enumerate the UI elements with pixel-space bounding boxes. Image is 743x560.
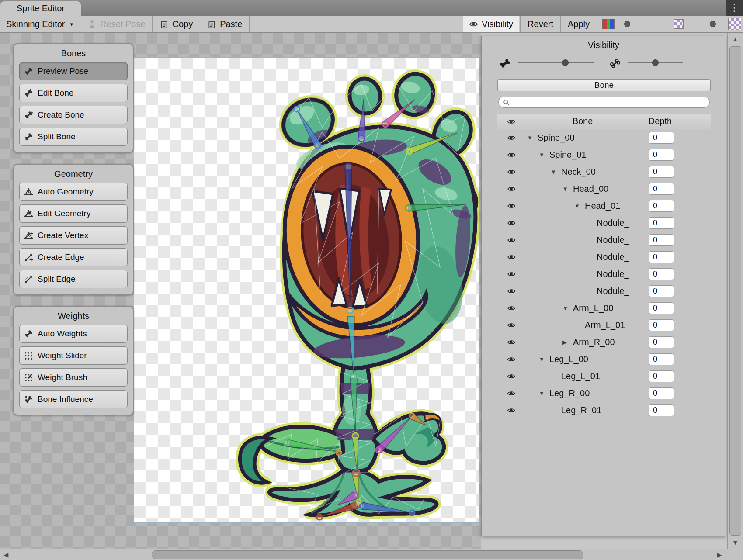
visibility-eye-icon[interactable] (507, 305, 516, 311)
bone-influence-button[interactable]: Bone Influence (19, 390, 128, 408)
tab-sprite-editor[interactable]: Sprite Editor (0, 1, 81, 16)
slider-thumb[interactable] (710, 21, 716, 27)
depth-input[interactable]: 0 (649, 132, 674, 144)
depth-input[interactable]: 0 (649, 251, 674, 263)
visibility-eye-icon[interactable] (507, 169, 516, 175)
bone-size-slider[interactable] (518, 58, 594, 68)
bone-search-box[interactable] (498, 97, 710, 108)
bone-row[interactable]: Arm_L_01 0 (497, 317, 711, 334)
scroll-left-arrow[interactable]: ◀ (0, 549, 12, 560)
horizontal-scroll-thumb[interactable] (152, 550, 583, 559)
depth-input[interactable]: 0 (649, 353, 674, 365)
depth-input[interactable]: 0 (649, 149, 674, 161)
auto-geometry-button[interactable]: Auto Geometry (19, 183, 128, 201)
expander-icon[interactable]: ▶ (562, 339, 573, 346)
bone-row[interactable]: ▼ Leg_L_00 0 (497, 351, 711, 368)
depth-input[interactable]: 0 (649, 268, 674, 280)
bone-row[interactable]: Nodule_ 0 (497, 232, 711, 249)
depth-input[interactable]: 0 (649, 217, 674, 229)
depth-input[interactable]: 0 (649, 404, 674, 416)
bone-row[interactable]: ▼ Spine_01 0 (497, 146, 711, 163)
depth-input[interactable]: 0 (649, 285, 674, 297)
create-bone-button[interactable]: Create Bone (19, 106, 128, 124)
expander-icon[interactable]: ▼ (539, 356, 549, 363)
apply-button[interactable]: Apply (562, 16, 596, 32)
bone-row[interactable]: ▶ Arm_R_00 0 (497, 334, 711, 351)
visibility-eye-icon[interactable] (507, 220, 516, 226)
paste-button[interactable]: Paste (201, 16, 248, 32)
visibility-toggle-button[interactable]: Visibility (463, 16, 519, 32)
visibility-eye-icon[interactable] (507, 322, 516, 328)
visibility-eye-icon[interactable] (507, 271, 516, 277)
depth-input[interactable]: 0 (649, 166, 674, 178)
scroll-down-arrow[interactable]: ▼ (728, 536, 743, 549)
kebab-menu-icon[interactable]: ⋮ (726, 0, 743, 16)
visibility-column-eye-icon[interactable] (507, 118, 516, 125)
bone-row[interactable]: Nodule_ 0 (497, 266, 711, 283)
horizontal-scrollbar[interactable]: ◀ ▶ (0, 549, 743, 560)
visibility-eye-icon[interactable] (507, 390, 516, 397)
expander-icon[interactable]: ▼ (574, 203, 585, 209)
slider-thumb[interactable] (562, 59, 569, 66)
bone-opacity-slider[interactable] (628, 58, 683, 68)
bone-row[interactable]: Nodule_ 0 (497, 283, 711, 300)
bone-row[interactable]: ▼ Neck_00 0 (497, 163, 711, 180)
bone-row[interactable]: Nodule_ 0 (497, 249, 711, 266)
expander-icon[interactable]: ▼ (539, 390, 549, 397)
bone-row[interactable]: ▼ Head_00 0 (497, 180, 711, 197)
visibility-eye-icon[interactable] (507, 356, 516, 363)
expander-icon[interactable]: ▼ (562, 186, 573, 192)
visibility-eye-icon[interactable] (507, 135, 516, 141)
depth-column-header[interactable]: Depth (635, 116, 685, 126)
copy-button[interactable]: Copy (153, 16, 199, 32)
visibility-eye-icon[interactable] (507, 203, 516, 209)
depth-input[interactable]: 0 (649, 370, 674, 382)
bone-row[interactable]: ▼ Spine_00 0 (497, 129, 711, 146)
bone-column-header[interactable]: Bone (532, 116, 633, 126)
visibility-eye-icon[interactable] (507, 407, 516, 414)
bone-row[interactable]: Leg_L_01 0 (497, 368, 711, 385)
visibility-eye-icon[interactable] (507, 152, 516, 158)
auto-weights-button[interactable]: Auto Weights (19, 325, 128, 343)
vertical-scroll-thumb[interactable] (729, 46, 741, 536)
depth-input[interactable]: 0 (649, 200, 674, 212)
opacity-slider[interactable] (622, 19, 670, 29)
create-edge-button[interactable]: Create Edge (19, 248, 128, 266)
visibility-eye-icon[interactable] (507, 254, 516, 260)
edit-bone-button[interactable]: Edit Bone (19, 84, 128, 102)
reset-pose-button[interactable]: Reset Pose (81, 16, 151, 32)
skinning-editor-dropdown[interactable]: Skinning Editor ▾ (0, 16, 79, 32)
depth-input[interactable]: 0 (649, 387, 674, 399)
slider-thumb[interactable] (652, 59, 659, 66)
edit-geometry-button[interactable]: Edit Geometry (19, 204, 128, 223)
weight-slider-button[interactable]: Weight Slider (19, 346, 128, 365)
expander-icon[interactable]: ▼ (562, 305, 573, 311)
revert-button[interactable]: Revert (521, 16, 559, 32)
bone-search-input[interactable] (512, 97, 705, 107)
create-vertex-button[interactable]: Create Vertex (19, 226, 128, 245)
rgb-channels-swatch[interactable] (602, 19, 615, 29)
preview-pose-button[interactable]: Preview Pose (19, 62, 128, 80)
depth-input[interactable]: 0 (649, 336, 674, 348)
scroll-right-arrow[interactable]: ▶ (713, 549, 726, 560)
bone-row[interactable]: ▼ Leg_R_00 0 (497, 385, 711, 402)
split-bone-button[interactable]: Split Bone (19, 128, 128, 146)
visibility-eye-icon[interactable] (507, 237, 516, 243)
expander-icon[interactable]: ▼ (527, 135, 538, 141)
bone-row[interactable]: Nodule_ 0 (497, 214, 711, 232)
tab-bone[interactable]: Bone (497, 79, 711, 91)
visibility-eye-icon[interactable] (507, 373, 516, 380)
depth-input[interactable]: 0 (649, 319, 674, 331)
scroll-up-arrow[interactable]: ▲ (728, 33, 743, 45)
visibility-eye-icon[interactable] (507, 186, 516, 192)
slider-thumb[interactable] (624, 21, 630, 27)
depth-input[interactable]: 0 (649, 183, 674, 195)
bone-row[interactable]: ▼ Head_01 0 (497, 197, 711, 214)
expander-icon[interactable]: ▼ (551, 169, 561, 175)
weight-brush-button[interactable]: Weight Brush (19, 368, 128, 387)
mesh-opacity-slider[interactable] (687, 19, 725, 29)
visibility-eye-icon[interactable] (507, 339, 516, 346)
vertical-scrollbar[interactable]: ▲ ▼ (727, 33, 743, 549)
sprite-canvas[interactable] (134, 58, 479, 522)
bone-row[interactable]: ▼ Arm_L_00 0 (497, 300, 711, 317)
